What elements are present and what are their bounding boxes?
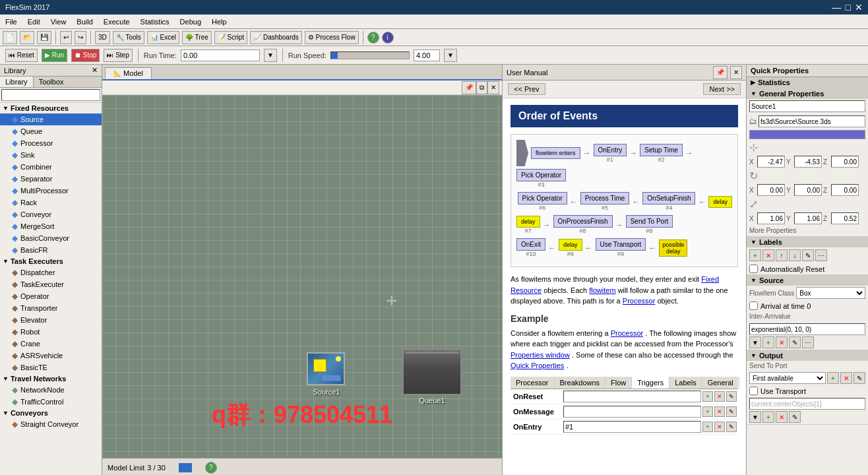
auto-reset-checkbox[interactable]	[749, 265, 758, 273]
step-btn[interactable]: ⏭ Step	[104, 49, 132, 62]
excel-btn[interactable]: 📊 Excel	[147, 31, 179, 44]
lib-item-transporter[interactable]: ◆ Transporter	[0, 302, 102, 314]
name-input[interactable]	[749, 100, 865, 112]
category-fixed-resources[interactable]: ▼ Fixed Resources	[0, 103, 102, 113]
rx-input[interactable]	[757, 184, 785, 196]
z-input[interactable]	[831, 156, 859, 168]
use-transport-input[interactable]	[749, 398, 865, 410]
label-add-btn[interactable]: +	[749, 249, 761, 261]
onentry-del[interactable]: ✕	[714, 422, 725, 432]
maximize-btn[interactable]: □	[846, 2, 851, 13]
sz-input[interactable]	[831, 212, 859, 224]
arrival-time0-checkbox[interactable]	[749, 301, 758, 310]
lib-item-asrsvehicle[interactable]: ◆ ASRSvehicle	[0, 350, 102, 362]
stop-btn[interactable]: ⏹ Stop	[71, 49, 100, 62]
tab-model[interactable]: 📐 Model	[105, 67, 152, 79]
process-flow-btn[interactable]: ⚙ Process Flow	[305, 31, 359, 44]
lib-item-conveyor[interactable]: ◆ Conveyor	[0, 208, 102, 220]
menu-help[interactable]: Help	[206, 16, 232, 27]
lib-item-queue[interactable]: ◆ Queue	[0, 125, 102, 137]
prev-btn[interactable]: << Prev	[508, 83, 545, 95]
lib-item-multiprocessor[interactable]: ◆ MultiProcessor	[0, 185, 102, 197]
run-speed-bar[interactable]	[330, 51, 410, 59]
interarr-edit-btn[interactable]: +	[762, 336, 774, 348]
onentry-add[interactable]: +	[702, 422, 713, 432]
color-bar[interactable]	[749, 130, 865, 139]
lib-item-crane[interactable]: ◆ Crane	[0, 338, 102, 350]
qp-source-header[interactable]: ▼ Source	[747, 275, 868, 286]
rz-input[interactable]	[831, 184, 859, 196]
lib-item-networknode[interactable]: ◆ NetworkNode	[0, 384, 102, 396]
menu-statistics[interactable]: Statistics	[135, 16, 175, 27]
ut-del-btn[interactable]: ✕	[776, 411, 788, 423]
category-conveyors[interactable]: ▼ Conveyors	[0, 408, 102, 418]
label-up-btn[interactable]: ↑	[776, 249, 788, 261]
qp-output-header[interactable]: ▼ Output	[747, 350, 868, 361]
model-expand-btn[interactable]: ⧉	[476, 81, 487, 94]
undo-btn[interactable]: ↩	[60, 31, 72, 44]
model-close-btn[interactable]: ✕	[487, 81, 499, 94]
onentry-input[interactable]	[563, 421, 701, 433]
category-task-executors[interactable]: ▼ Task Executers	[0, 256, 102, 267]
ut-more-btn[interactable]: ✎	[789, 411, 801, 423]
menu-view[interactable]: View	[46, 16, 72, 27]
model-pin-btn[interactable]: 📌	[462, 81, 476, 94]
reset-btn[interactable]: ⏮ Reset	[5, 49, 38, 62]
flowitem-link[interactable]: flowitem	[589, 286, 615, 294]
use-transport-checkbox[interactable]	[749, 387, 758, 395]
y-input[interactable]	[794, 156, 822, 168]
menu-debug[interactable]: Debug	[175, 16, 206, 27]
ut-edit-btn[interactable]: +	[762, 411, 774, 423]
manual-close-btn[interactable]: ✕	[730, 66, 742, 79]
tab-general[interactable]: General	[702, 377, 739, 389]
processor-link2[interactable]: Processor	[611, 329, 644, 337]
status-help-btn[interactable]: ?	[205, 462, 217, 474]
qp-labels-header[interactable]: ▼ Labels	[747, 237, 868, 247]
lib-item-rack[interactable]: ◆ Rack	[0, 197, 102, 208]
flowitem-class-select[interactable]: Box	[796, 287, 865, 299]
tab-library[interactable]: Library	[0, 77, 34, 87]
ry-input[interactable]	[794, 184, 822, 196]
interarr-del-btn[interactable]: ✕	[776, 336, 788, 348]
lib-item-taskexecuter[interactable]: ◆ TaskExecuter	[0, 278, 102, 290]
lib-item-operator[interactable]: ◆ Operator	[0, 290, 102, 302]
onmessage-add[interactable]: +	[702, 406, 713, 417]
tab-breakdowns[interactable]: Breakdowns	[555, 377, 606, 389]
manual-pin-btn[interactable]: 📌	[713, 66, 728, 79]
help-btn[interactable]: ?	[367, 32, 379, 44]
lib-item-mergesort[interactable]: ◆ MergeSort	[0, 220, 102, 232]
tab-processor[interactable]: Processor	[511, 377, 555, 389]
run-speed-dropdown[interactable]: ▼	[444, 49, 457, 62]
tab-triggers[interactable]: Triggers	[632, 377, 669, 389]
ut-dropdown-btn[interactable]: ▼	[749, 411, 761, 423]
stp-more-btn[interactable]: ✎	[853, 372, 865, 384]
tools-btn[interactable]: 🔧 Tools	[113, 31, 144, 44]
menu-execute[interactable]: Execute	[98, 16, 135, 27]
onentry-edit[interactable]: ✎	[726, 422, 737, 432]
run-time-dropdown[interactable]: ▼	[264, 49, 277, 62]
file-input[interactable]	[759, 115, 865, 127]
tree-btn[interactable]: 🌳 Tree	[182, 31, 212, 44]
save-btn[interactable]: 💾	[37, 31, 51, 44]
tab-toolbox[interactable]: Toolbox	[34, 77, 69, 87]
tab-flow[interactable]: Flow	[605, 377, 632, 389]
sy-input[interactable]	[794, 212, 822, 224]
lib-item-trafficcontrol[interactable]: ◆ TrafficControl	[0, 396, 102, 408]
source1-body[interactable]	[307, 352, 346, 387]
stp-edit-btn[interactable]: +	[827, 372, 839, 384]
open-btn[interactable]: 📂	[20, 31, 34, 44]
model-canvas[interactable]: + Source1 Q	[102, 95, 502, 458]
run-btn[interactable]: ▶ Run	[42, 49, 67, 62]
label-del-btn[interactable]: ✕	[762, 249, 774, 261]
x-input[interactable]	[757, 156, 785, 168]
onreset-del[interactable]: ✕	[714, 391, 725, 402]
interarr-more-btn[interactable]: ⋯	[802, 336, 814, 348]
lib-item-basicfr[interactable]: ◆ BasicFR	[0, 244, 102, 256]
lib-item-basicconveyor[interactable]: ◆ BasicConveyor	[0, 232, 102, 244]
lib-item-processor[interactable]: ◆ Processor	[0, 137, 102, 149]
source1-object[interactable]: Source1	[307, 352, 346, 396]
onreset-edit[interactable]: ✎	[726, 391, 737, 402]
label-down-btn[interactable]: ↓	[789, 249, 801, 261]
next-btn[interactable]: Next >>	[703, 83, 741, 95]
lib-item-combiner[interactable]: ◆ Combiner	[0, 161, 102, 173]
